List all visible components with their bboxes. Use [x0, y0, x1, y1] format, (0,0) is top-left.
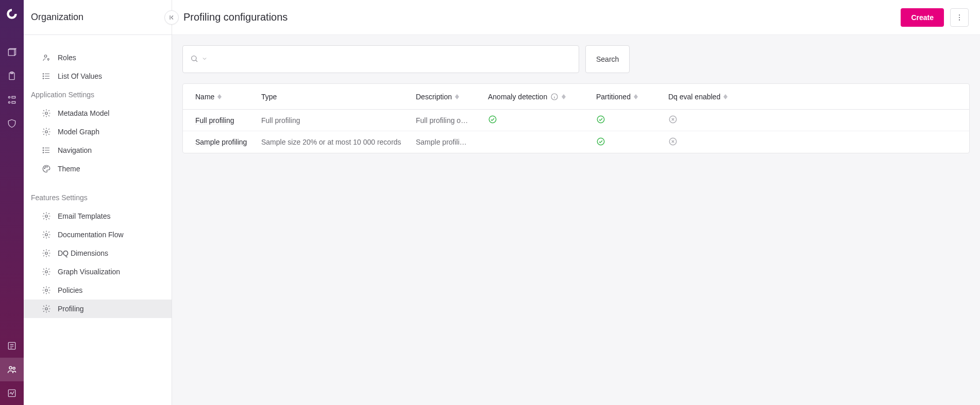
svg-point-15 [45, 112, 48, 115]
rail-item-organization[interactable] [0, 358, 24, 381]
sidebar-item-label: Profiling [58, 305, 84, 313]
gear-icon [41, 108, 52, 118]
cell-name: Sample profiling [183, 138, 255, 146]
sidebar-item-profiling[interactable]: Profiling [24, 300, 172, 318]
cell-anomaly [482, 138, 590, 146]
sidebar-title: Organization [24, 0, 172, 35]
svg-rect-3 [12, 96, 15, 98]
sidebar-section-application-settings: Application Settings [24, 85, 172, 104]
search-button[interactable]: Search [585, 45, 630, 73]
svg-point-12 [43, 74, 44, 75]
cell-type: Sample size 20% or at most 10 000 record… [255, 138, 410, 146]
table-header: Name Type Description Anomaly detection … [183, 84, 969, 110]
svg-point-11 [47, 59, 49, 60]
sidebar-item-theme[interactable]: Theme [24, 160, 172, 178]
sort-icon [217, 94, 222, 99]
info-icon[interactable] [550, 93, 559, 101]
cross-circle-icon [668, 115, 678, 124]
search-box[interactable] [182, 45, 579, 73]
column-header-anomaly-detection[interactable]: Anomaly detection [482, 93, 590, 101]
sidebar-collapse-button[interactable] [164, 10, 179, 25]
svg-point-27 [45, 289, 48, 292]
gear-icon [41, 127, 52, 137]
list-icon [41, 145, 52, 155]
svg-point-18 [43, 150, 44, 151]
sidebar-item-label: Model Graph [58, 128, 99, 136]
list-icon [41, 71, 52, 81]
cell-anomaly [482, 115, 590, 126]
column-header-partitioned[interactable]: Partitioned [590, 93, 662, 101]
svg-point-25 [45, 252, 48, 255]
sidebar-item-label: DQ Dimensions [58, 249, 108, 257]
search-input[interactable] [211, 46, 571, 73]
svg-rect-5 [12, 101, 15, 103]
palette-icon [41, 164, 52, 174]
svg-point-28 [45, 308, 48, 310]
sidebar: Organization Roles List Of Values Applic… [24, 0, 172, 405]
sidebar-item-list-of-values[interactable]: List Of Values [24, 67, 172, 85]
app-logo [5, 7, 19, 22]
sidebar-item-label: Graph Visualization [58, 268, 120, 276]
sidebar-item-label: Metadata Model [58, 109, 109, 117]
svg-point-32 [192, 56, 196, 60]
svg-point-7 [9, 366, 12, 369]
sidebar-item-graph-visualization[interactable]: Graph Visualization [24, 262, 172, 281]
svg-point-30 [959, 16, 960, 17]
sidebar-item-metadata-model[interactable]: Metadata Model [24, 104, 172, 122]
svg-point-2 [8, 96, 10, 98]
gear-icon [41, 248, 52, 258]
sort-icon [723, 94, 728, 99]
rail-item-catalog[interactable] [0, 41, 24, 64]
create-button[interactable]: Create [901, 8, 944, 27]
svg-point-23 [45, 215, 48, 218]
chevron-left-bar-icon [168, 14, 175, 21]
sidebar-item-policies[interactable]: Policies [24, 281, 172, 300]
column-header-description[interactable]: Description [410, 93, 482, 101]
cell-description: Full profiling o… [410, 116, 482, 125]
rail-item-clipboard[interactable] [0, 64, 24, 88]
cell-description: Sample profili… [410, 138, 482, 146]
main: Profiling configurations Create Search N… [172, 0, 980, 405]
sidebar-section-features-settings: Features Settings [24, 188, 172, 207]
cell-name: Full profiling [183, 116, 255, 125]
svg-point-4 [8, 101, 10, 103]
svg-point-29 [959, 14, 960, 15]
sidebar-item-label: Theme [58, 165, 80, 173]
more-actions-button[interactable] [950, 8, 969, 27]
chevron-down-icon[interactable] [201, 55, 208, 63]
sidebar-item-label: List Of Values [58, 72, 102, 80]
sidebar-item-label: Roles [58, 54, 76, 62]
page-header: Profiling configurations Create [172, 0, 980, 35]
rail-item-structure[interactable] [0, 88, 24, 112]
page-title: Profiling configurations [183, 11, 894, 23]
svg-point-37 [597, 138, 604, 145]
sidebar-item-dq-dimensions[interactable]: DQ Dimensions [24, 244, 172, 262]
profiling-table: Name Type Description Anomaly detection … [182, 83, 970, 153]
svg-point-21 [45, 167, 46, 168]
content-area: Search Name Type Description Anomaly det… [172, 35, 980, 405]
sidebar-item-email-templates[interactable]: Email Templates [24, 207, 172, 225]
more-vertical-icon [955, 13, 964, 22]
column-header-name[interactable]: Name [183, 93, 255, 101]
svg-point-34 [489, 116, 496, 123]
sort-icon [455, 94, 459, 99]
rail-item-monitor[interactable] [0, 381, 24, 405]
gear-icon [41, 304, 52, 314]
column-header-type[interactable]: Type [255, 93, 410, 101]
sidebar-item-model-graph[interactable]: Model Graph [24, 122, 172, 141]
svg-point-8 [13, 367, 15, 369]
svg-point-10 [44, 55, 47, 58]
svg-point-14 [43, 78, 44, 79]
profiling-link[interactable]: Full profiling [195, 116, 234, 125]
cross-circle-icon [668, 137, 678, 146]
profiling-link[interactable]: Sample profiling [195, 138, 247, 146]
svg-point-22 [47, 167, 48, 168]
sidebar-item-navigation[interactable]: Navigation [24, 141, 172, 160]
rail-item-shield[interactable] [0, 112, 24, 135]
rail-item-form[interactable] [0, 334, 24, 358]
svg-point-13 [43, 76, 44, 77]
sidebar-item-documentation-flow[interactable]: Documentation Flow [24, 225, 172, 244]
sidebar-item-label: Documentation Flow [58, 231, 124, 239]
sidebar-item-roles[interactable]: Roles [24, 48, 172, 67]
column-header-dq-eval-enabled[interactable]: Dq eval enabled [662, 93, 969, 101]
